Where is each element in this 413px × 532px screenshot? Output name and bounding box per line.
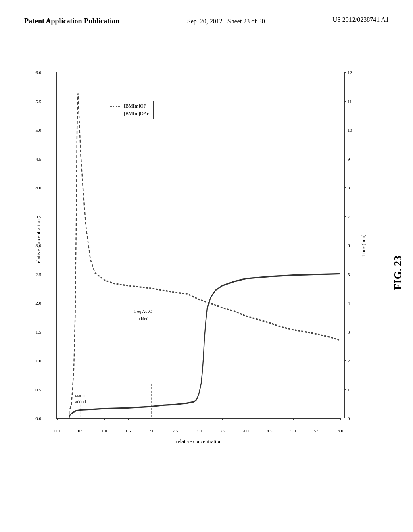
time-tick-9: 9 bbox=[348, 157, 350, 162]
figure-label: FIG. 23 bbox=[392, 256, 404, 290]
y-axis-label-wrapper: relative concentration bbox=[24, 64, 52, 419]
y-tick-3: 3.0 bbox=[35, 243, 41, 248]
time-axis: 0 1 2 3 4 5 6 7 8 9 10 11 12 Time (min) bbox=[344, 73, 377, 418]
time-tick-7: 7 bbox=[348, 214, 350, 219]
patent-number: US 2012/0238741 A1 bbox=[332, 16, 389, 23]
x-label-3: 3.0 bbox=[196, 428, 202, 433]
x-label-45: 4.5 bbox=[267, 428, 273, 433]
y-tick-5: 5.0 bbox=[35, 128, 41, 133]
y-tick-1: 1.0 bbox=[35, 358, 41, 363]
y-tick-15: 1.5 bbox=[35, 330, 41, 335]
time-axis-label: Time (min) bbox=[361, 235, 367, 257]
time-tick-8: 8 bbox=[348, 185, 350, 190]
time-tick-0: 0 bbox=[348, 416, 350, 421]
bmimoc-legend-line bbox=[110, 114, 121, 114]
time-tick-6: 6 bbox=[348, 243, 350, 248]
bmimoc-solid-line bbox=[69, 274, 340, 418]
time-tick-3: 3 bbox=[348, 330, 350, 335]
y-tick-marks bbox=[56, 73, 57, 418]
x-label-55: 5.5 bbox=[314, 428, 320, 433]
sheet-info: Sheet 23 of 30 bbox=[227, 18, 265, 25]
time-tick-11: 11 bbox=[348, 99, 352, 104]
x-label-1: 1.0 bbox=[102, 428, 107, 433]
publication-title: Patent Application Publication bbox=[24, 16, 119, 26]
x-label-0: 0.0 bbox=[54, 428, 60, 433]
x-label-25: 2.5 bbox=[173, 428, 178, 433]
y-axis-label: relative concentration bbox=[35, 219, 42, 265]
bmimof-label: [BMIm]OF bbox=[124, 103, 146, 109]
y-tick-6: 6.0 bbox=[35, 70, 41, 75]
y-tick-4: 4.0 bbox=[35, 185, 41, 190]
time-tick-4: 4 bbox=[348, 301, 350, 305]
ac2o-annotation: 1 eq Ac2Oadded bbox=[134, 308, 152, 321]
y-tick-2: 2.0 bbox=[35, 301, 41, 305]
chart-container: relative concentration 0.0 0.5 bbox=[24, 64, 381, 451]
legend-item-bmimoc: [BMIm]OAc bbox=[110, 111, 149, 117]
y-tick-05: 0.5 bbox=[35, 387, 41, 392]
x-label-4: 4.0 bbox=[243, 428, 249, 433]
y-tick-35: 3.5 bbox=[35, 214, 41, 219]
legend-item-bmimof: [BMIm]OF bbox=[110, 103, 149, 109]
time-tick-10: 10 bbox=[348, 128, 352, 133]
x-label-5: 5.0 bbox=[290, 428, 296, 433]
publication-date: Sep. 20, 2012 bbox=[187, 18, 223, 25]
chart-plot-area: 0.0 0.5 1.0 1.5 2.0 2.5 3.0 3.5 4.0 4.5 … bbox=[56, 73, 340, 419]
x-label-05: 0.5 bbox=[78, 428, 84, 433]
x-label-6: 6.0 bbox=[338, 428, 343, 433]
time-tick-2: 2 bbox=[348, 358, 350, 363]
time-tick-5: 5 bbox=[348, 272, 350, 277]
x-axis-label: relative concentration bbox=[176, 438, 222, 445]
legend-box: [BMIm]OF [BMIm]OAc bbox=[106, 101, 154, 119]
chart-svg bbox=[57, 73, 340, 418]
x-tick-marks bbox=[57, 418, 340, 420]
x-label-15: 1.5 bbox=[125, 428, 131, 433]
header-center: Sep. 20, 2012 Sheet 23 of 30 bbox=[187, 16, 265, 27]
time-tick-1: 1 bbox=[348, 387, 350, 392]
bmimoc-label: [BMIm]OAc bbox=[124, 111, 149, 117]
x-label-2: 2.0 bbox=[149, 428, 154, 433]
x-label-35: 3.5 bbox=[220, 428, 225, 433]
y-tick-0: 0.0 bbox=[35, 416, 41, 421]
y-tick-55: 5.5 bbox=[35, 99, 41, 104]
y-tick-45: 4.5 bbox=[35, 157, 41, 162]
bmimof-legend-line bbox=[110, 106, 121, 107]
bmimof-dotted-line bbox=[69, 93, 340, 418]
y-tick-25: 2.5 bbox=[35, 272, 41, 277]
meoh-annotation: MeOHadded bbox=[74, 393, 87, 405]
time-tick-12: 12 bbox=[348, 70, 352, 75]
page-header: Patent Application Publication Sep. 20, … bbox=[0, 16, 413, 27]
